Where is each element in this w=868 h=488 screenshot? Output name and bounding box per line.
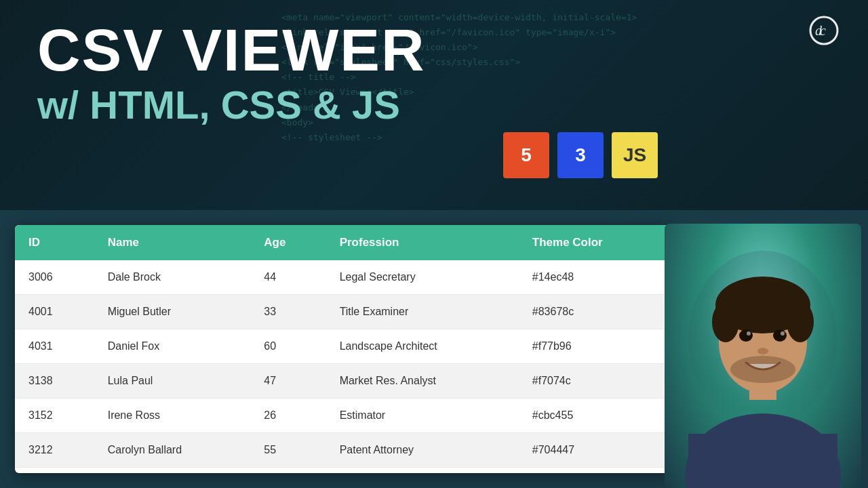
cell-id: 3152	[15, 399, 94, 433]
cell-profession: Legal Secretary	[326, 260, 519, 295]
css3-icon: 3	[557, 132, 604, 178]
cell-id: 4031	[15, 329, 94, 364]
banner: <meta name="viewport" content="width=dev…	[0, 0, 868, 210]
col-header-name: Name	[94, 225, 251, 260]
cell-name: Miguel Butler	[94, 295, 251, 329]
data-table: ID Name Age Profession Theme Color 3006D…	[15, 225, 669, 468]
subtitle: w/ HTML, CSS & JS	[37, 83, 426, 127]
person-photo	[665, 224, 861, 488]
cell-id: 3138	[15, 364, 94, 399]
svg-point-15	[730, 356, 795, 383]
table-container: ID Name Age Profession Theme Color 3006D…	[15, 225, 669, 473]
col-header-color: Theme Color	[519, 225, 669, 260]
dc-logo: dc	[807, 14, 848, 54]
svg-point-12	[747, 331, 751, 336]
svg-point-13	[781, 331, 785, 336]
cell-age: 33	[250, 295, 326, 329]
cell-profession: Patent Attorney	[326, 433, 519, 468]
cell-color: #cbc455	[519, 399, 669, 433]
cell-age: 47	[250, 364, 326, 399]
svg-point-0	[810, 17, 837, 44]
cell-color: #704447	[519, 433, 669, 468]
table-row: 4031Daniel Fox60Landscape Architect#f77b…	[15, 329, 669, 364]
cell-color: #14ec48	[519, 260, 669, 295]
html5-icon: 5	[503, 132, 549, 178]
svg-point-14	[757, 348, 768, 354]
cell-age: 55	[250, 433, 326, 468]
cell-name: Irene Ross	[94, 399, 251, 433]
svg-point-11	[773, 329, 787, 342]
cell-name: Lula Paul	[94, 364, 251, 399]
table-row: 4001Miguel Butler33Title Examiner#83678c	[15, 295, 669, 329]
svg-point-10	[739, 329, 753, 342]
cell-id: 4001	[15, 295, 94, 329]
person-area	[669, 210, 868, 488]
cell-age: 44	[250, 260, 326, 295]
cell-profession: Landscape Architect	[326, 329, 519, 364]
cell-profession: Title Examiner	[326, 295, 519, 329]
cell-profession: Market Res. Analyst	[326, 364, 519, 399]
js-icon: JS	[612, 132, 658, 178]
table-row: 3006Dale Brock44Legal Secretary#14ec48	[15, 260, 669, 295]
cell-name: Carolyn Ballard	[94, 433, 251, 468]
banner-title-block: CSV VIEWER w/ HTML, CSS & JS	[37, 20, 426, 127]
cell-name: Daniel Fox	[94, 329, 251, 364]
cell-age: 26	[250, 399, 326, 433]
bottom-section: ID Name Age Profession Theme Color 3006D…	[0, 210, 868, 488]
cell-age: 60	[250, 329, 326, 364]
person-svg	[675, 244, 851, 488]
table-header-row: ID Name Age Profession Theme Color	[15, 225, 669, 260]
svg-rect-4	[688, 434, 837, 488]
col-header-id: ID	[15, 225, 94, 260]
cell-name: Dale Brock	[94, 260, 251, 295]
cell-color: #f77b96	[519, 329, 669, 364]
svg-text:dc: dc	[815, 23, 826, 38]
svg-point-8	[712, 302, 739, 342]
table-row: 3138Lula Paul47Market Res. Analyst#f7074…	[15, 364, 669, 399]
cell-color: #f7074c	[519, 364, 669, 399]
table-row: 3152Irene Ross26Estimator#cbc455	[15, 399, 669, 433]
svg-point-9	[787, 302, 814, 342]
table-row: 3212Carolyn Ballard55Patent Attorney#704…	[15, 433, 669, 468]
cell-color: #83678c	[519, 295, 669, 329]
tech-icons-group: 5 3 JS	[503, 132, 658, 178]
cell-id: 3006	[15, 260, 94, 295]
main-title: CSV VIEWER	[37, 20, 426, 80]
col-header-profession: Profession	[326, 225, 519, 260]
col-header-age: Age	[250, 225, 326, 260]
cell-profession: Estimator	[326, 399, 519, 433]
cell-id: 3212	[15, 433, 94, 468]
